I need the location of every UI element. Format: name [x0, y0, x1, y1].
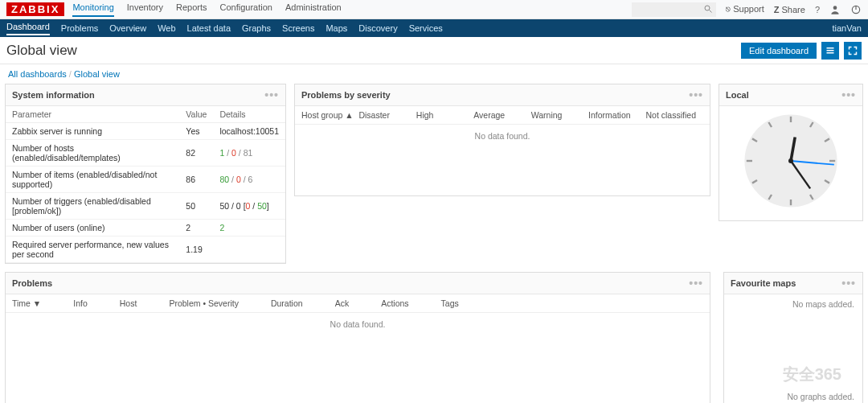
- svg-line-1: [709, 10, 711, 12]
- clock-face: [743, 113, 839, 209]
- col-value: Value: [179, 106, 213, 123]
- breadcrumb: All dashboards / Global view: [0, 64, 868, 84]
- table-row: Number of hosts (enabled/disabled/templa…: [6, 140, 285, 167]
- problems-title: Problems: [12, 278, 52, 288]
- sysinfo-title: System information: [12, 90, 95, 100]
- severity-col[interactable]: Average: [473, 110, 530, 120]
- watermark: 安全365: [783, 364, 841, 385]
- favmaps-title: Favourite maps: [731, 278, 796, 288]
- problems-col[interactable]: Time ▼: [12, 298, 41, 308]
- no-graphs-label: No graphs added.: [788, 392, 854, 401]
- subnav-discovery[interactable]: Discovery: [358, 23, 397, 33]
- problems-col[interactable]: Actions: [381, 298, 408, 308]
- subnav-screens[interactable]: Screens: [282, 23, 314, 33]
- table-row: Number of items (enabled/disabled/not su…: [6, 167, 285, 193]
- support-link[interactable]: ⎋ Support: [726, 4, 764, 14]
- svg-rect-7: [827, 52, 834, 54]
- severity-col[interactable]: Disaster: [358, 110, 416, 120]
- svg-point-0: [705, 6, 710, 10]
- col-details: Details: [213, 106, 285, 123]
- problems-col[interactable]: Duration: [271, 298, 303, 308]
- svg-point-24: [788, 158, 793, 163]
- nav-inventory[interactable]: Inventory: [127, 2, 163, 17]
- severity-col[interactable]: Information: [588, 110, 645, 120]
- col-parameter: Parameter: [6, 106, 179, 123]
- subnav-problems[interactable]: Problems: [61, 23, 98, 33]
- svg-rect-6: [827, 50, 834, 51]
- top-nav: Monitoring Inventory Reports Configurati…: [72, 2, 341, 17]
- severity-col[interactable]: High: [416, 110, 473, 120]
- widget-menu-icon[interactable]: •••: [689, 277, 703, 290]
- breadcrumb-current[interactable]: Global view: [74, 69, 120, 79]
- problems-col[interactable]: Problem • Severity: [169, 298, 239, 308]
- subnav-maps[interactable]: Maps: [326, 23, 347, 33]
- favourite-maps-widget: Favourite maps••• No maps added. 安全365 N…: [723, 272, 863, 403]
- problems-col[interactable]: Info: [73, 298, 88, 308]
- share-link[interactable]: Z Share: [774, 5, 805, 14]
- severity-col[interactable]: Host group ▲: [301, 110, 358, 120]
- nav-reports[interactable]: Reports: [176, 2, 207, 17]
- table-row: Zabbix server is runningYeslocalhost:100…: [6, 123, 285, 140]
- widget-menu-icon[interactable]: •••: [264, 88, 279, 101]
- user-icon[interactable]: [829, 4, 841, 15]
- local-title: Local: [726, 90, 749, 100]
- table-row: Required server performance, new values …: [6, 236, 285, 263]
- problems-col[interactable]: Ack: [335, 298, 350, 308]
- breadcrumb-root[interactable]: All dashboards: [8, 69, 67, 79]
- severity-title: Problems by severity: [301, 90, 391, 100]
- system-information-widget: System information••• ParameterValueDeta…: [5, 84, 286, 264]
- subnav-dashboard[interactable]: Dashboard: [6, 22, 50, 35]
- severity-nodata: No data found.: [295, 125, 710, 147]
- power-icon[interactable]: [850, 4, 862, 15]
- table-row: Number of triggers (enabled/disabled [pr…: [6, 193, 285, 220]
- severity-col[interactable]: Not classified: [646, 110, 703, 120]
- problems-by-severity-widget: Problems by severity••• Host group ▲Disa…: [294, 84, 710, 196]
- problems-col[interactable]: Tags: [441, 298, 459, 308]
- edit-dashboard-button[interactable]: Edit dashboard: [741, 43, 817, 59]
- svg-rect-5: [827, 47, 834, 49]
- help-icon[interactable]: ?: [815, 5, 820, 14]
- page-title: Global view: [6, 43, 77, 59]
- subnav-web[interactable]: Web: [158, 23, 175, 33]
- table-row: Number of users (online)22: [6, 220, 285, 236]
- problems-col[interactable]: Host: [120, 298, 137, 308]
- favmaps-empty: No maps added.: [724, 294, 862, 314]
- problems-nodata: No data found.: [6, 313, 710, 335]
- problems-widget: Problems••• Time ▼InfoHostProblem • Seve…: [5, 272, 710, 403]
- nav-administration[interactable]: Administration: [285, 2, 342, 17]
- subnav-overview[interactable]: Overview: [109, 23, 146, 33]
- nav-configuration[interactable]: Configuration: [220, 2, 272, 17]
- search-icon[interactable]: [703, 4, 713, 14]
- local-clock-widget: Local•••: [719, 84, 863, 221]
- fullscreen-button[interactable]: [844, 42, 862, 60]
- list-view-button[interactable]: [821, 42, 839, 60]
- widget-menu-icon[interactable]: •••: [689, 88, 703, 101]
- nav-monitoring[interactable]: Monitoring: [72, 2, 113, 17]
- zabbix-logo[interactable]: ZABBIX: [6, 2, 64, 16]
- subnav-user: tianVan: [833, 23, 862, 33]
- severity-col[interactable]: Warning: [531, 110, 588, 120]
- widget-menu-icon[interactable]: •••: [841, 277, 856, 290]
- widget-menu-icon[interactable]: •••: [841, 88, 856, 101]
- subnav-latest-data[interactable]: Latest data: [187, 23, 231, 33]
- subnav-graphs[interactable]: Graphs: [242, 23, 271, 33]
- svg-point-2: [833, 6, 837, 10]
- subnav-services[interactable]: Services: [409, 23, 443, 33]
